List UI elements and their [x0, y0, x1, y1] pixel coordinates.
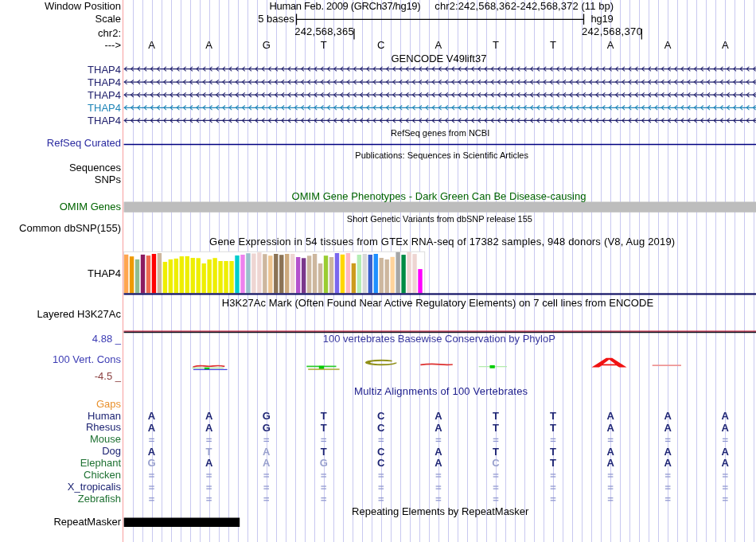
svg-text:A: A — [148, 446, 156, 458]
svg-text:A: A — [606, 422, 614, 434]
svg-text:A: A — [205, 410, 213, 422]
svg-text:H3K27Ac Mark (Often Found Near: H3K27Ac Mark (Often Found Near Active Re… — [222, 297, 654, 309]
svg-text:OMIM Gene Phenotypes - Dark Gr: OMIM Gene Phenotypes - Dark Green Can Be… — [292, 190, 586, 202]
svg-text:THAP4: THAP4 — [88, 115, 121, 127]
svg-text:RefSeq genes from NCBI: RefSeq genes from NCBI — [391, 128, 489, 138]
svg-text:G: G — [320, 457, 328, 469]
svg-text:THAP4: THAP4 — [88, 102, 121, 114]
svg-text:A: A — [664, 39, 672, 51]
svg-text:A: A — [664, 446, 672, 458]
svg-text:T: T — [321, 39, 327, 51]
svg-text:Human Feb. 2009 (GRCh37/hg19): Human Feb. 2009 (GRCh37/hg19) — [270, 0, 421, 12]
svg-text:Dog: Dog — [102, 445, 121, 457]
svg-text:T: T — [550, 410, 556, 422]
svg-text:A: A — [148, 422, 156, 434]
svg-text:THAP4: THAP4 — [88, 267, 121, 279]
svg-text:T: T — [493, 422, 499, 434]
svg-text:T: T — [550, 39, 556, 51]
svg-text:A: A — [722, 446, 730, 458]
svg-text:T: T — [321, 410, 327, 422]
svg-text:SNPs: SNPs — [95, 174, 122, 185]
svg-text:C: C — [377, 410, 385, 422]
svg-text:Common dbSNP(155): Common dbSNP(155) — [19, 222, 121, 234]
svg-text:A: A — [435, 446, 442, 458]
svg-text:T: T — [550, 446, 556, 458]
svg-text:242,568,370: 242,568,370 — [582, 25, 642, 37]
svg-text:Scale: Scale — [95, 13, 121, 25]
svg-text:Sequences: Sequences — [69, 162, 122, 174]
svg-text:A: A — [205, 39, 212, 51]
svg-text:C: C — [377, 422, 385, 434]
svg-text:A: A — [205, 422, 213, 434]
svg-text:A: A — [722, 457, 730, 469]
svg-text:A: A — [664, 457, 672, 469]
svg-text:--->: ---> — [104, 39, 121, 51]
svg-text:T: T — [493, 39, 499, 51]
svg-text:Multiz Alignments of 100 Verte: Multiz Alignments of 100 Vertebrates — [354, 385, 528, 397]
svg-text:THAP4: THAP4 — [88, 89, 121, 101]
svg-text:T: T — [550, 457, 556, 469]
svg-text:Short Genetic Variants from db: Short Genetic Variants from dbSNP releas… — [347, 214, 532, 224]
svg-text:T: T — [493, 446, 499, 458]
svg-text:Human: Human — [88, 410, 121, 422]
svg-text:A: A — [722, 422, 730, 434]
svg-text:THAP4: THAP4 — [88, 76, 121, 88]
svg-text:A: A — [722, 39, 729, 51]
svg-text:RepeatMasker: RepeatMasker — [53, 516, 121, 528]
svg-text:A: A — [664, 410, 672, 422]
svg-text:242,568,365: 242,568,365 — [294, 25, 354, 37]
svg-text:100 vertebrates Basewise Conse: 100 vertebrates Basewise Conservation by… — [323, 333, 555, 345]
svg-text:T: T — [321, 422, 327, 434]
svg-text:C: C — [377, 457, 385, 469]
svg-text:A: A — [664, 422, 672, 434]
svg-text:T: T — [206, 446, 212, 458]
svg-text:A: A — [263, 457, 271, 469]
svg-text:A: A — [148, 410, 156, 422]
svg-text:C: C — [492, 457, 500, 469]
svg-text:A: A — [607, 39, 614, 51]
svg-text:T: T — [550, 422, 556, 434]
svg-text:A: A — [606, 457, 614, 469]
svg-text:4.88 _: 4.88 _ — [92, 333, 122, 345]
svg-text:A: A — [435, 410, 442, 422]
svg-text:Layered H3K27Ac: Layered H3K27Ac — [37, 308, 121, 320]
svg-text:A: A — [435, 422, 442, 434]
svg-text:Repeating Elements by RepeatMa: Repeating Elements by RepeatMasker — [352, 505, 529, 517]
svg-text:Mouse: Mouse — [90, 433, 121, 445]
svg-text:hg19: hg19 — [590, 13, 613, 25]
svg-text:Rhesus: Rhesus — [86, 421, 122, 433]
svg-text:Zebrafish: Zebrafish — [78, 493, 121, 505]
svg-text:G: G — [263, 410, 271, 422]
svg-text:C: C — [377, 446, 385, 458]
svg-text:100 Vert. Cons: 100 Vert. Cons — [53, 353, 121, 365]
svg-text:OMIM Genes: OMIM Genes — [60, 201, 122, 213]
svg-text:X_tropicalis: X_tropicalis — [68, 481, 122, 493]
svg-text:RefSeq Curated: RefSeq Curated — [47, 137, 121, 149]
svg-text:Gene Expression in 54 tissues: Gene Expression in 54 tissues from GTEx … — [209, 236, 675, 248]
svg-text:G: G — [263, 39, 271, 51]
svg-text:A: A — [205, 457, 213, 469]
svg-text:THAP4: THAP4 — [88, 64, 121, 76]
svg-text:A: A — [722, 410, 730, 422]
svg-text:-4.5 _: -4.5 _ — [95, 370, 122, 382]
svg-text:T: T — [493, 410, 499, 422]
svg-text:chr2:: chr2: — [98, 27, 121, 39]
svg-text:Chicken: Chicken — [84, 469, 121, 481]
svg-text:Publications: Sequences in Sci: Publications: Sequences in Scientific Ar… — [355, 150, 528, 160]
svg-text:Gaps: Gaps — [96, 398, 122, 410]
svg-text:A: A — [606, 446, 614, 458]
svg-text:A: A — [606, 410, 614, 422]
svg-text:A: A — [435, 39, 442, 51]
svg-text:5 bases: 5 bases — [258, 13, 294, 25]
svg-text:G: G — [263, 422, 271, 434]
svg-text:Elephant: Elephant — [80, 457, 122, 469]
svg-text:A: A — [435, 457, 442, 469]
svg-text:GENCODE V49lift37: GENCODE V49lift37 — [392, 53, 487, 64]
svg-text:G: G — [147, 457, 155, 469]
svg-text:Window Position: Window Position — [45, 0, 121, 12]
svg-text:chr2:242,568,362-242,568,372 (: chr2:242,568,362-242,568,372 (11 bp) — [435, 0, 614, 12]
svg-text:C: C — [377, 39, 384, 51]
svg-text:T: T — [321, 446, 327, 458]
svg-text:A: A — [148, 39, 155, 51]
svg-text:A: A — [263, 446, 271, 458]
